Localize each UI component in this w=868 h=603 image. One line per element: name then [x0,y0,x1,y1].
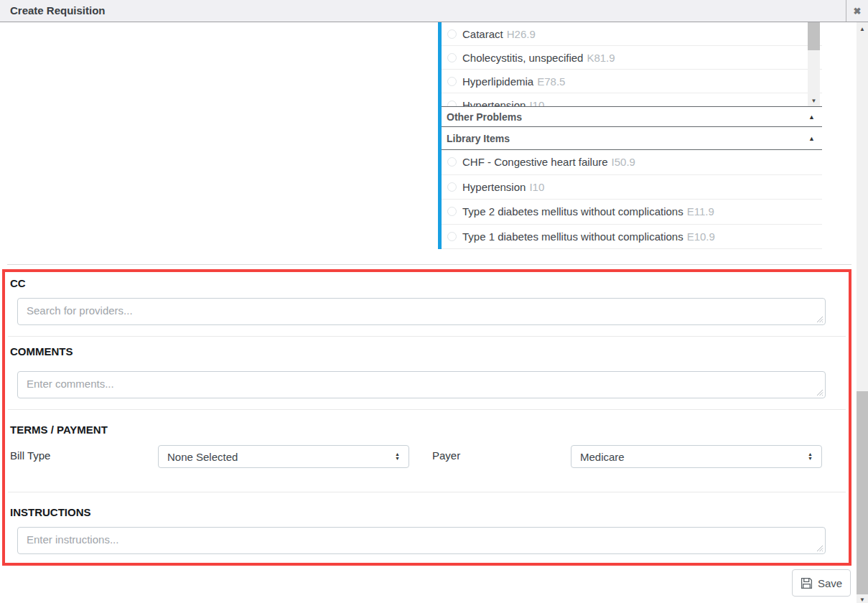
close-icon: ✖ [854,6,862,17]
instructions-field-wrap [17,527,826,554]
payer-select[interactable]: Medicare ▲▼ [571,445,822,468]
library-item[interactable]: Type 2 diabetes mellitus without complic… [442,200,822,225]
modal-body: Cataract H26.9 Cholecystitis, unspecifie… [0,22,868,603]
library-item[interactable]: CHF - Congestive heart failure I50.9 [442,150,822,175]
scrollbar-thumb[interactable] [808,22,820,50]
save-icon [801,577,813,589]
section-divider [7,264,851,265]
bill-type-label: Bill Type [10,449,50,462]
scroll-up-icon[interactable]: ▲ [857,27,868,32]
diagnosis-panel: Cataract H26.9 Cholecystitis, unspecifie… [438,22,822,249]
radio-button[interactable] [447,29,457,39]
library-item[interactable]: Hypertension I10 [442,175,822,200]
library-items-header[interactable]: Library Items ▲ [442,127,822,150]
terms-payment-label: TERMS / PAYMENT [10,424,108,436]
problems-scroll-list: Cataract H26.9 Cholecystitis, unspecifie… [442,22,822,106]
comments-input[interactable] [17,371,826,398]
comments-field-wrap [17,371,826,398]
radio-button[interactable] [447,207,457,216]
form-divider [8,336,846,337]
form-divider [8,492,846,492]
payer-label: Payer [432,449,460,462]
page-title: Create Requisition [10,4,106,17]
form-divider [8,409,846,410]
scroll-down-icon[interactable]: ▼ [857,597,868,603]
collapse-icon: ▲ [808,135,815,142]
radio-button[interactable] [447,77,457,86]
cc-providers-input[interactable] [17,298,826,325]
instructions-label: INSTRUCTIONS [10,506,91,518]
other-problems-header[interactable]: Other Problems ▲ [442,106,822,127]
scroll-down-icon[interactable]: ▼ [808,98,820,105]
instructions-input[interactable] [17,527,826,554]
radio-button[interactable] [447,53,457,62]
radio-button[interactable] [447,182,457,192]
problem-item[interactable]: Cataract H26.9 [442,22,822,46]
collapse-icon: ▲ [808,113,815,121]
problem-item[interactable]: Hyperlipidemia E78.5 [442,70,822,93]
library-items-list: CHF - Congestive heart failure I50.9 Hyp… [442,150,822,249]
modal-scrollbar[interactable]: ▲ ▼ [857,22,868,603]
select-arrows-icon: ▲▼ [808,452,813,461]
requisition-form-highlight: CC COMMENTS TERMS / PAYMENT Bill Type No… [2,269,851,566]
problem-item[interactable]: Cholecystitis, unspecified K81.9 [442,46,822,70]
cc-label: CC [10,277,26,289]
problems-scrollbar[interactable]: ▼ [808,22,820,106]
radio-button[interactable] [447,157,457,167]
radio-button[interactable] [447,232,457,241]
modal-header: Create Requisition ✖ [0,0,868,22]
library-item[interactable]: Type 1 diabetes mellitus without complic… [442,225,822,250]
radio-button[interactable] [447,100,457,107]
cc-field-wrap [17,298,826,325]
bill-type-select[interactable]: None Selected ▲▼ [158,445,409,468]
close-button[interactable]: ✖ [846,0,868,22]
problem-item[interactable]: Hypertension I10 [442,93,822,106]
comments-label: COMMENTS [10,345,73,357]
save-button[interactable]: Save [792,569,851,597]
select-arrows-icon: ▲▼ [395,452,400,461]
scrollbar-thumb[interactable] [857,391,868,594]
